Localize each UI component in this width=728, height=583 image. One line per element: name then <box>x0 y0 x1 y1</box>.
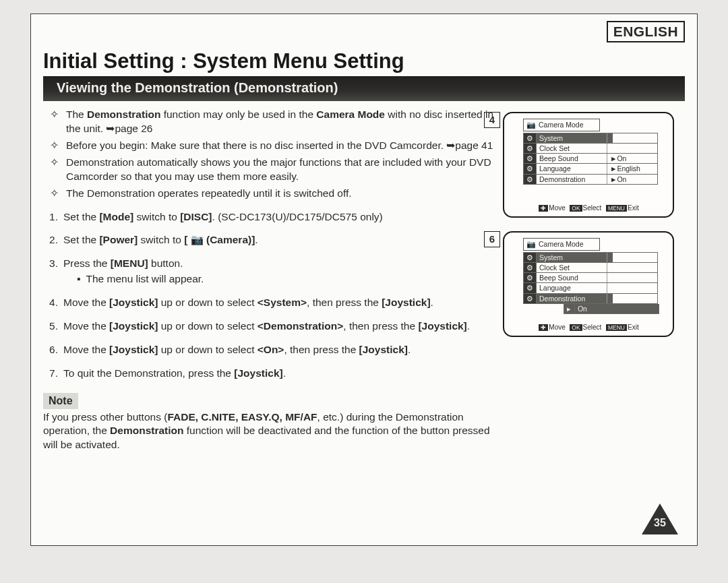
t: [Joystick] <box>109 344 158 355</box>
gear-icon: ⚙ <box>524 154 537 163</box>
osd-row: ⚙Demonstration►On <box>523 175 658 185</box>
t: up or down to select <box>158 320 257 332</box>
t: [Joystick] <box>418 320 466 332</box>
bullet-row: ✧ The Demonstration operates repeatedly … <box>50 187 495 201</box>
osd-title: Camera Mode <box>539 120 584 129</box>
osd-row: ⚙System <box>523 252 658 263</box>
osd-row-value: ►On <box>607 175 629 184</box>
osd-row-label: Demonstration <box>537 294 607 303</box>
t: Move the <box>63 320 109 332</box>
t: Move the <box>63 344 109 355</box>
t: . <box>283 367 286 379</box>
t: . <box>467 320 470 332</box>
camera-icon: 📷 <box>526 239 536 249</box>
move-icon: ✚ <box>539 324 548 331</box>
note-label: Note <box>43 393 78 409</box>
t: <Demonstration> <box>257 320 343 332</box>
step-number: 4. <box>46 296 58 310</box>
t: , then press the <box>307 297 382 308</box>
intro-bullets: ✧ The Demonstration function may only be… <box>43 108 495 201</box>
t: [ 📷 (Camera)] <box>184 234 255 245</box>
osd-row: ⚙Language►English <box>523 164 658 174</box>
osd-row-label: Demonstration <box>537 175 607 184</box>
t: [Joystick] <box>359 344 408 355</box>
bullet-text: Demonstration automatically shows you th… <box>66 156 495 184</box>
page-title: Initial Setting : System Menu Setting <box>43 49 685 73</box>
footer-select: Select <box>583 204 602 212</box>
osd-title: Camera Mode <box>539 239 584 249</box>
gear-icon: ⚙ <box>524 164 537 173</box>
t: [Joystick] <box>109 320 158 332</box>
step-row: 6. Move the [Joystick] up or down to sel… <box>46 343 495 357</box>
osd-row-value: ►English <box>607 164 643 173</box>
osd-footer: ✚Move OKSelect MENUExit <box>504 204 673 213</box>
bullet-icon: ✧ <box>50 187 59 201</box>
bullet-text: The Demonstration function may only be u… <box>66 108 495 136</box>
t: [Mode] <box>99 211 133 222</box>
osd-row: ⚙Beep Sound <box>523 273 658 283</box>
gear-icon: ⚙ <box>524 283 537 293</box>
step-text: Set the [Power] switch to [ 📷 (Camera)]. <box>63 233 258 247</box>
move-icon: ✚ <box>539 205 548 212</box>
osd-row: ⚙Clock Set <box>523 144 658 154</box>
osd-row-label: Language <box>537 283 607 293</box>
t: . <box>431 297 433 308</box>
t: Camera Mode <box>316 109 385 120</box>
osd-row: ⚙Language <box>523 283 658 293</box>
t: [DISC] <box>180 211 212 222</box>
right-column: 4 📷 Camera Mode ⚙System ⚙Clock Set ⚙Beep… <box>503 108 685 452</box>
step-number: 2. <box>46 233 58 247</box>
t: <On> <box>257 344 284 355</box>
menu-icon: MENU <box>606 205 627 212</box>
title-prefix: Initial Setting : <box>43 49 193 73</box>
gear-icon: ⚙ <box>524 133 537 143</box>
osd-row-value <box>607 253 613 262</box>
step-row: 1. Set the [Mode] switch to [DISC]. (SC-… <box>46 210 495 224</box>
step-text: To quit the Demonstration, press the [Jo… <box>63 367 286 381</box>
step-number: 1. <box>46 210 58 224</box>
t: If you press other buttons ( <box>43 411 167 423</box>
osd-row-value <box>607 294 613 303</box>
osd-row-value <box>607 144 613 153</box>
step-text: Move the [Joystick] up or down to select… <box>63 296 433 310</box>
t: [Joystick] <box>234 367 282 379</box>
t: [Joystick] <box>382 297 430 308</box>
gear-icon: ⚙ <box>524 253 537 262</box>
step-text: Set the [Mode] switch to [DISC]. (SC-DC1… <box>63 210 383 224</box>
t: The <box>66 109 87 120</box>
t: . <box>408 344 411 355</box>
step-row: 3. Press the [MENU] button. The menu lis… <box>46 257 495 286</box>
gear-icon: ⚙ <box>524 175 537 184</box>
step-subtext: The menu list will appear. <box>63 272 204 286</box>
t: Demonstration <box>87 109 160 120</box>
manual-page: ENGLISH Initial Setting : System Menu Se… <box>30 13 698 546</box>
osd-row-value <box>607 283 613 293</box>
ok-icon: OK <box>570 324 582 331</box>
osd-screen: 📷 Camera Mode ⚙System ⚙Clock Set ⚙Beep S… <box>503 112 674 218</box>
t: To quit the Demonstration, press the <box>63 367 234 379</box>
steps-list: 1. Set the [Mode] switch to [DISC]. (SC-… <box>43 210 495 381</box>
osd-row: ⚙Beep Sound►On <box>523 154 658 164</box>
t: . (SC-DC173(U)/DC175/DC575 only) <box>212 211 383 222</box>
arrow-icon: ▸ <box>564 304 575 313</box>
bullet-row: ✧ Before you begin: Make sure that there… <box>50 139 495 153</box>
step-number: 3. <box>46 257 58 286</box>
t: Press the <box>63 257 111 269</box>
bullet-text: Before you begin: Make sure that there i… <box>66 139 493 153</box>
osd-row-label: Clock Set <box>537 144 607 153</box>
osd-row: ⚙System <box>523 133 658 144</box>
title-main: System Menu Setting <box>193 49 404 73</box>
ok-icon: OK <box>570 205 582 212</box>
step-number: 6. <box>46 343 58 357</box>
step-row: 7. To quit the Demonstration, press the … <box>46 367 495 381</box>
step-number: 7. <box>46 367 58 381</box>
t: up or down to select <box>158 297 257 308</box>
osd-row-label: Beep Sound <box>537 154 607 163</box>
step-row: 2. Set the [Power] switch to [ 📷 (Camera… <box>46 233 495 247</box>
t: Move the <box>63 297 109 308</box>
step-text: Move the [Joystick] up or down to select… <box>63 343 411 357</box>
step-row: 4. Move the [Joystick] up or down to sel… <box>46 296 495 310</box>
figure-number: 6 <box>484 231 500 247</box>
t: function may only be used in the <box>160 109 316 120</box>
osd-row-value <box>607 133 613 143</box>
